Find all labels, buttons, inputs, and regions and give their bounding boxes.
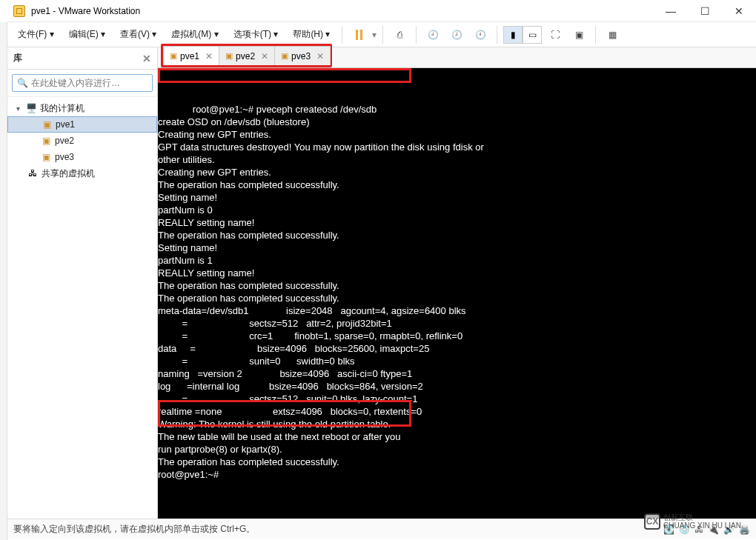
vm-icon: ▣ [225,51,233,61]
shared-icon: 🖧 [27,167,39,179]
window-title: pve1 - VMware Workstation [31,6,654,16]
tree-shared-vms[interactable]: 🖧 共享的虚拟机 [7,165,157,181]
separator [342,26,342,44]
menu-view[interactable]: 查看(V) ▾ [114,25,162,44]
tree-item-pve3[interactable]: ▣ pve3 [7,149,157,165]
terminal-prompt-line: root@pve1:~# pveceph createosd /dev/sdb [193,104,377,115]
external-page-slice [0,22,7,540]
menu-edit[interactable]: 编辑(E) ▾ [63,25,111,44]
separator [416,26,417,44]
separator [382,26,383,44]
tab-close-icon[interactable]: ✕ [316,51,324,61]
sidebar: 库 ✕ 🔍 ▾ 🖥️ 我的计算机 ▣ pve1 ▣ pve2 [7,47,158,519]
view-multi-icon[interactable]: ▭ [523,26,542,44]
library-button[interactable]: ▦ [602,24,623,45]
menu-help[interactable]: 帮助(H) ▾ [287,25,336,44]
separator [595,26,596,44]
view-single-icon[interactable]: ▮ [503,26,523,44]
vm-icon: ▣ [41,119,53,130]
statusbar: 要将输入定向到该虚拟机，请在虚拟机内部单击或按 Ctrl+G。 💽 💿 🖧 🔌 … [7,519,756,539]
tab-pve2[interactable]: ▣ pve2 ✕ [219,46,275,65]
minimize-button[interactable]: — [654,0,688,22]
tab-close-icon[interactable]: ✕ [261,51,268,61]
unity-button[interactable]: ▣ [568,24,589,45]
sidebar-close-icon[interactable]: ✕ [142,53,151,64]
pause-button[interactable] [348,24,369,45]
menubar: 文件(F) ▾ 编辑(E) ▾ 查看(V) ▾ 虚拟机(M) ▾ 选项卡(T) … [7,22,756,47]
highlight-box [158,400,411,427]
content-area: ▣ pve1 ✕ ▣ pve2 ✕ ▣ pve3 ✕ root@pve1:~ [158,47,756,519]
app-icon [13,5,25,17]
vm-icon: ▣ [40,151,52,163]
close-button[interactable]: ✕ [722,0,756,22]
revert-snapshot-button[interactable]: 🕗 [446,24,467,45]
window-titlebar: pve1 - VMware Workstation — ☐ ✕ [7,0,756,22]
tabbar: ▣ pve1 ✕ ▣ pve2 ✕ ▣ pve3 ✕ [158,47,756,68]
device-printer-icon[interactable]: 🖨️ [739,524,750,535]
dropdown-icon[interactable]: ▾ [372,30,377,40]
tab-pve3[interactable]: ▣ pve3 ✕ [274,46,331,65]
search-icon: 🔍 [17,78,28,88]
menu-file[interactable]: 文件(F) ▾ [12,25,60,44]
search-input[interactable] [31,78,147,88]
separator [497,26,497,44]
send-ctrl-alt-del-button[interactable]: ⎙ [389,24,410,45]
tree-root-my-computer[interactable]: ▾ 🖥️ 我的计算机 [7,100,157,116]
device-usb-icon[interactable]: 🔌 [708,524,719,535]
library-tree: ▾ 🖥️ 我的计算机 ▣ pve1 ▣ pve2 ▣ pve3 🖧 共享的虚拟机 [7,97,157,519]
tab-label: pve3 [291,51,311,61]
menu-tabs[interactable]: 选项卡(T) ▾ [228,25,285,44]
tab-label: pve2 [236,51,255,61]
device-sound-icon[interactable]: 🔊 [723,524,735,535]
tab-pve1[interactable]: ▣ pve1 ✕ [163,46,219,65]
sidebar-header: 库 ✕ [7,47,157,70]
menu-vm[interactable]: 虚拟机(M) ▾ [165,25,224,44]
computer-icon: 🖥️ [25,102,37,114]
snapshot-button[interactable]: 🕘 [422,24,443,45]
vm-icon: ▣ [281,51,288,61]
tree-item-pve2[interactable]: ▣ pve2 [7,133,157,149]
highlight-box [158,68,411,83]
fullscreen-button[interactable]: ⛶ [545,24,566,45]
device-disk-icon[interactable]: 💽 [663,524,674,535]
device-cdrom-icon[interactable]: 💿 [679,524,690,535]
status-text: 要将输入定向到该虚拟机，请在虚拟机内部单击或按 Ctrl+G。 [13,523,255,536]
vm-icon: ▣ [170,51,177,61]
view-mode-toggle[interactable]: ▮ ▭ [503,26,542,44]
tab-close-icon[interactable]: ✕ [205,51,213,61]
maximize-button[interactable]: ☐ [688,0,722,22]
search-box[interactable]: 🔍 [12,74,153,92]
tab-label: pve1 [180,51,199,61]
vm-console[interactable]: root@pve1:~# pveceph createosd /dev/sdb … [158,68,756,519]
device-network-icon[interactable]: 🖧 [694,524,703,535]
tree-item-pve1[interactable]: ▣ pve1 [7,116,157,133]
snapshot-manager-button[interactable]: 🕙 [470,24,491,45]
vm-icon: ▣ [40,135,52,147]
sidebar-title: 库 [13,52,22,64]
